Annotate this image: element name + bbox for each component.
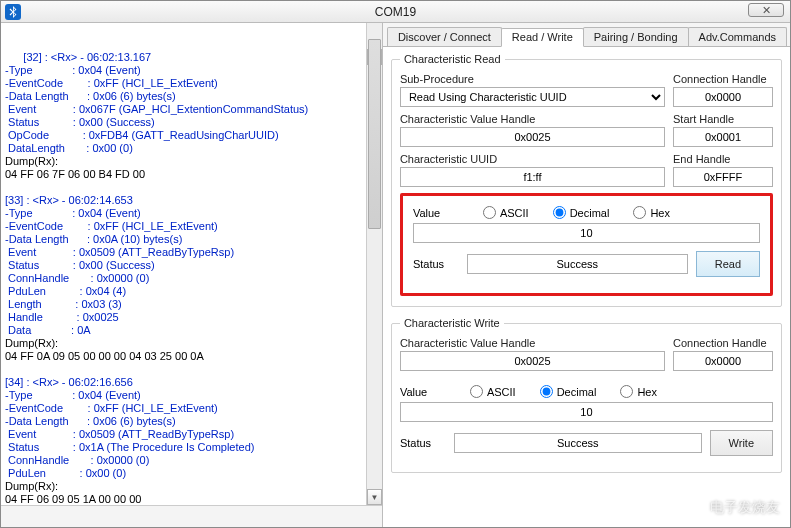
log-dump: Dump(Rx): 04 FF 0A 09 05 00 00 00 04 03 … (5, 337, 204, 362)
write-button[interactable]: Write (710, 430, 773, 456)
char-uuid-label: Characteristic UUID (400, 153, 665, 165)
log-entry-header: [33] : <Rx> - 06:02:14.653 (5, 194, 133, 206)
log-line: -Data Length : 0x06 (6) bytes(s) (5, 415, 176, 427)
log-line: -Type : 0x04 (Event) (5, 389, 141, 401)
log-line: Handle : 0x0025 (5, 311, 119, 323)
write-char-value-handle-label: Characteristic Value Handle (400, 337, 665, 349)
log-line: ConnHandle : 0x0000 (0) (5, 272, 149, 284)
write-status-output (454, 433, 702, 453)
log-line: PduLen : 0x04 (4) (5, 285, 126, 297)
tabstrip: Discover / ConnectRead / WritePairing / … (383, 23, 790, 47)
sub-procedure-select[interactable]: Read Using Characteristic UUID (400, 87, 665, 107)
tab-discover-connect[interactable]: Discover / Connect (387, 27, 502, 46)
log-line: Status : 0x1A (The Procedure Is Complete… (5, 441, 254, 453)
read-status-label: Status (413, 258, 459, 270)
log-line: Event : 0x0509 (ATT_ReadByTypeRsp) (5, 428, 234, 440)
log-line: -Data Length : 0x06 (6) bytes(s) (5, 90, 176, 102)
window-title: COM19 (375, 5, 416, 19)
log-line: OpCode : 0xFDB4 (GATT_ReadUsingCharUUID) (5, 129, 279, 141)
log-line: Length : 0x03 (3) (5, 298, 122, 310)
write-conn-handle-label: Connection Handle (673, 337, 773, 349)
write-value-label: Value (400, 386, 446, 398)
log-line: Status : 0x00 (Success) (5, 259, 155, 271)
scroll-down-button[interactable]: ▼ (367, 489, 382, 505)
write-conn-handle-input[interactable] (673, 351, 773, 371)
log-dump: Dump(Rx): 04 FF 06 7F 06 00 B4 FD 00 (5, 155, 145, 180)
log-entry-header: [34] : <Rx> - 06:02:16.656 (5, 376, 133, 388)
conn-handle-input[interactable] (673, 87, 773, 107)
write-value-input[interactable] (400, 402, 773, 422)
log-line: ConnHandle : 0x0000 (0) (5, 454, 149, 466)
read-decimal-radio[interactable]: Decimal (553, 206, 610, 219)
log-line: Event : 0x067F (GAP_HCI_ExtentionCommand… (5, 103, 308, 115)
log-area[interactable]: ▲ ▼ [32] : <Rx> - 06:02:13.167 -Type : 0… (1, 23, 382, 505)
log-line: Status : 0x00 (Success) (5, 116, 155, 128)
conn-handle-label: Connection Handle (673, 73, 773, 85)
read-value-input[interactable] (413, 223, 760, 243)
write-status-label: Status (400, 437, 446, 449)
log-line: DataLength : 0x00 (0) (5, 142, 133, 154)
end-handle-label: End Handle (673, 153, 773, 165)
content: ▲ ▼ [32] : <Rx> - 06:02:13.167 -Type : 0… (1, 23, 790, 527)
read-hex-radio[interactable]: Hex (633, 206, 670, 219)
end-handle-input[interactable] (673, 167, 773, 187)
log-line: -EventCode : 0xFF (HCI_LE_ExtEvent) (5, 77, 218, 89)
command-bar (1, 505, 382, 527)
sub-procedure-label: Sub-Procedure (400, 73, 665, 85)
write-ascii-radio[interactable]: ASCII (470, 385, 516, 398)
log-line: -EventCode : 0xFF (HCI_LE_ExtEvent) (5, 220, 218, 232)
log-line: Data : 0A (5, 324, 91, 336)
log-line: Event : 0x0509 (ATT_ReadByTypeRsp) (5, 246, 234, 258)
right-pane: Discover / ConnectRead / WritePairing / … (383, 23, 790, 527)
close-icon: ✕ (762, 4, 771, 17)
left-pane: ▲ ▼ [32] : <Rx> - 06:02:13.167 -Type : 0… (1, 23, 383, 527)
tab-adv-commands[interactable]: Adv.Commands (688, 27, 787, 46)
char-value-handle-label: Characteristic Value Handle (400, 113, 665, 125)
window: COM19 ✕ ▲ ▼ [32] : <Rx> - 06:02:13.167 -… (0, 0, 791, 528)
start-handle-input[interactable] (673, 127, 773, 147)
log-line: -Type : 0x04 (Event) (5, 207, 141, 219)
tab-read-write[interactable]: Read / Write (501, 28, 584, 47)
read-button[interactable]: Read (696, 251, 760, 277)
bluetooth-icon (5, 4, 21, 20)
scrollbar[interactable]: ▲ ▼ (366, 23, 382, 505)
characteristic-write-group: Characteristic Write Characteristic Valu… (391, 317, 782, 473)
tab-pairing-bonding[interactable]: Pairing / Bonding (583, 27, 689, 46)
char-value-handle-input[interactable] (400, 127, 665, 147)
log-line: -EventCode : 0xFF (HCI_LE_ExtEvent) (5, 402, 218, 414)
log-line: PduLen : 0x00 (0) (5, 467, 126, 479)
start-handle-label: Start Handle (673, 113, 773, 125)
write-hex-radio[interactable]: Hex (620, 385, 657, 398)
characteristic-write-legend: Characteristic Write (400, 317, 504, 329)
titlebar: COM19 ✕ (1, 1, 790, 23)
read-status-output (467, 254, 688, 274)
write-char-value-handle-input[interactable] (400, 351, 665, 371)
read-value-label: Value (413, 207, 459, 219)
write-decimal-radio[interactable]: Decimal (540, 385, 597, 398)
tab-body: Characteristic Read Sub-Procedure Read U… (383, 47, 790, 527)
scroll-thumb[interactable] (368, 39, 381, 229)
characteristic-read-legend: Characteristic Read (400, 53, 505, 65)
char-uuid-input[interactable] (400, 167, 665, 187)
window-close-button[interactable]: ✕ (748, 3, 784, 17)
log-line: -Data Length : 0x0A (10) bytes(s) (5, 233, 182, 245)
characteristic-read-group: Characteristic Read Sub-Procedure Read U… (391, 53, 782, 307)
log-line: -Type : 0x04 (Event) (5, 64, 141, 76)
log-dump: Dump(Rx): 04 FF 06 09 05 1A 00 00 00 (5, 480, 141, 505)
log-entry-header: [32] : <Rx> - 06:02:13.167 (23, 51, 151, 63)
read-ascii-radio[interactable]: ASCII (483, 206, 529, 219)
read-result-box: Value ASCII Decimal Hex Status Read (400, 193, 773, 296)
